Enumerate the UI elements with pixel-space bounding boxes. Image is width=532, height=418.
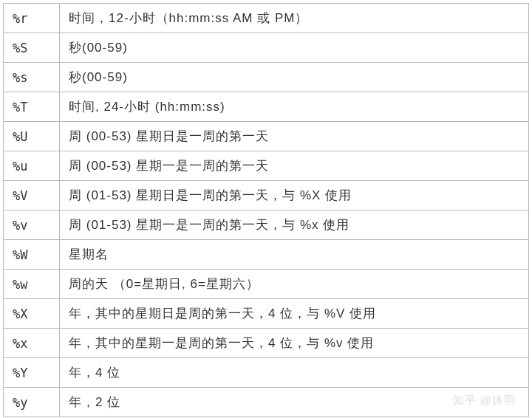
format-description: 周 (00-53) 星期日是一周的第一天 <box>60 122 529 151</box>
format-code: %X <box>4 299 60 329</box>
format-code: %v <box>4 210 60 240</box>
table-row: %V 周 (01-53) 星期日是一周的第一天，与 %X 使用 <box>4 181 529 210</box>
table-row: %w 周的天 （0=星期日, 6=星期六） <box>4 270 529 299</box>
table-row: %X 年，其中的星期日是周的第一天，4 位，与 %V 使用 <box>4 299 529 329</box>
table-row: %x 年，其中的星期一是周的第一天，4 位，与 %v 使用 <box>4 329 529 358</box>
format-description: 周 (01-53) 星期日是一周的第一天，与 %X 使用 <box>60 181 529 210</box>
format-code: %W <box>4 240 60 270</box>
table-row: %T 时间, 24-小时 (hh:mm:ss) <box>4 92 529 122</box>
format-specifier-table: %r 时间，12-小时（hh:mm:ss AM 或 PM） %S 秒(00-59… <box>3 3 529 417</box>
format-description: 年，其中的星期日是周的第一天，4 位，与 %V 使用 <box>60 299 529 329</box>
format-code: %w <box>4 270 60 299</box>
format-description: 时间, 24-小时 (hh:mm:ss) <box>60 92 529 122</box>
format-description: 星期名 <box>60 240 529 270</box>
table-row: %s 秒(00-59) <box>4 63 529 92</box>
format-code: %u <box>4 151 60 181</box>
format-description: 年，其中的星期一是周的第一天，4 位，与 %v 使用 <box>60 329 529 358</box>
table-row: %r 时间，12-小时（hh:mm:ss AM 或 PM） <box>4 4 529 33</box>
format-description: 秒(00-59) <box>60 33 529 63</box>
table-row: %Y 年，4 位 <box>4 358 529 388</box>
format-description: 秒(00-59) <box>60 63 529 92</box>
format-code: %V <box>4 181 60 210</box>
table-body: %r 时间，12-小时（hh:mm:ss AM 或 PM） %S 秒(00-59… <box>4 4 529 417</box>
format-description: 年，4 位 <box>60 358 529 388</box>
format-description: 时间，12-小时（hh:mm:ss AM 或 PM） <box>60 4 529 33</box>
table-row: %U 周 (00-53) 星期日是一周的第一天 <box>4 122 529 151</box>
format-description: 周 (01-53) 星期一是一周的第一天，与 %x 使用 <box>60 210 529 240</box>
format-code: %Y <box>4 358 60 388</box>
table-row: %y 年，2 位 <box>4 388 529 417</box>
format-code: %U <box>4 122 60 151</box>
table-row: %v 周 (01-53) 星期一是一周的第一天，与 %x 使用 <box>4 210 529 240</box>
format-code: %S <box>4 33 60 63</box>
table-row: %S 秒(00-59) <box>4 33 529 63</box>
format-description: 周 (00-53) 星期一是一周的第一天 <box>60 151 529 181</box>
format-code: %r <box>4 4 60 33</box>
format-code: %x <box>4 329 60 358</box>
format-code: %s <box>4 63 60 92</box>
format-description: 周的天 （0=星期日, 6=星期六） <box>60 270 529 299</box>
table-row: %W 星期名 <box>4 240 529 270</box>
table-row: %u 周 (00-53) 星期一是一周的第一天 <box>4 151 529 181</box>
format-code: %y <box>4 388 60 417</box>
watermark-text: 知乎 @沐羽 <box>453 394 516 408</box>
format-code: %T <box>4 92 60 122</box>
